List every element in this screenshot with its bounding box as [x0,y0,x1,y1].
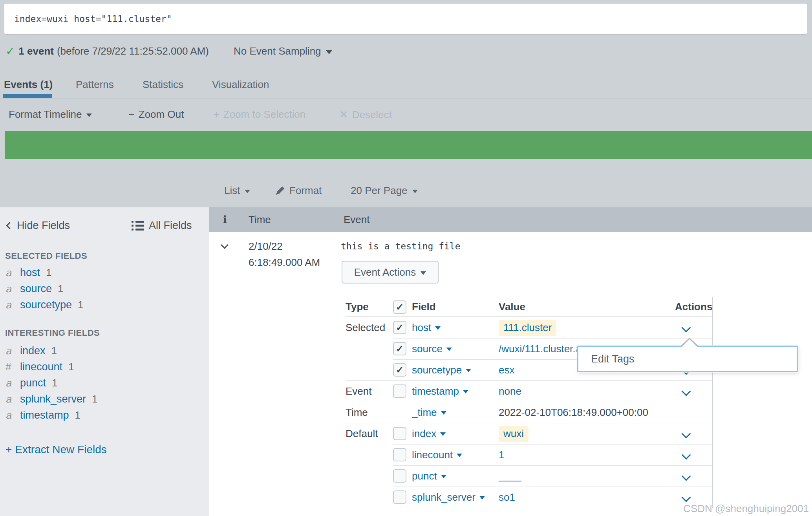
string-field-icon: a [5,377,16,389]
field-link[interactable]: sourcetype [412,364,462,376]
field-value[interactable]: so1 [499,491,515,503]
field-value[interactable]: ____ [499,470,521,482]
all-fields-button[interactable]: All Fields [132,220,192,232]
sidebar-field-host[interactable]: a host 1 [5,267,52,279]
field-value[interactable]: wuxi [499,426,529,442]
actions-chevron-icon[interactable] [681,471,691,481]
pencil-icon [275,185,285,196]
dropdown-triangle-icon [446,348,452,351]
events-table-header: i Time Event [209,207,812,232]
field-row-time: Time _time 2022-02-10T06:18:49.000+00:00 [346,402,712,423]
dropdown-triangle-icon [457,454,462,457]
field-link[interactable]: punct [412,470,437,482]
field-link[interactable]: host [412,322,431,334]
list-view-dropdown[interactable]: List [224,185,250,197]
actions-chevron-icon[interactable] [681,429,691,438]
actions-chevron-icon[interactable] [681,323,691,332]
fields-sidebar: Hide Fields All Fields SELECTED FIELDS a… [0,207,209,516]
check-icon: ✓ [396,344,404,353]
info-column-header: i [223,214,227,225]
popup-caret-icon [682,339,697,347]
dropdown-triangle-icon [441,411,446,415]
format-button[interactable]: Format [275,185,322,197]
string-field-icon: a [5,409,16,421]
zoom-out-button[interactable]: − Zoom Out [128,108,184,121]
field-value[interactable]: 111.cluster [499,320,556,336]
type-header: Type [346,301,393,313]
sidebar-field-sourcetype[interactable]: a sourcetype 1 [5,299,84,311]
field-link[interactable]: _time [412,406,437,419]
plus-icon: + [213,108,219,121]
check-icon: ✓ [396,302,404,312]
actions-header: Actions [675,301,712,313]
field-link[interactable]: linecount [412,449,453,461]
index-checkbox[interactable] [393,427,406,440]
sidebar-field-timestamp[interactable]: a timestamp 1 [5,409,80,421]
field-link[interactable]: timestamp [412,385,459,397]
event-column-header: Event [344,214,370,226]
time-column-header: Time [249,214,271,226]
field-header: Field [412,301,499,313]
search-input[interactable]: index=wuxi host="111.cluster" [4,3,807,35]
dropdown-triangle-icon [435,326,441,330]
field-value[interactable]: esx [499,364,514,376]
field-row-host: Selected ✓ host 111.cluster [346,317,712,338]
tab-visualization[interactable]: Visualization [212,79,269,91]
host-checkbox[interactable]: ✓ [393,321,406,334]
chevron-down-icon [421,271,426,275]
actions-chevron-icon[interactable] [681,492,691,502]
sidebar-field-punct[interactable]: a punct 1 [5,377,58,389]
x-icon: ✕ [339,108,348,121]
string-field-icon: a [5,299,16,311]
hide-fields-button[interactable]: Hide Fields [7,220,70,232]
deselect-button[interactable]: ✕ Deselect [339,108,392,121]
select-all-checkbox[interactable]: ✓ [393,300,406,314]
dropdown-triangle-icon [466,369,471,372]
plus-icon: + [5,443,12,456]
event-sampling-dropdown[interactable]: No Event Sampling [234,45,332,57]
field-value: 2022-02-10T06:18:49.000+00:00 [499,406,648,419]
check-icon: ✓ [396,365,404,375]
zoom-to-selection-button[interactable]: + Zoom to Selection [213,108,305,121]
source-checkbox[interactable]: ✓ [393,342,406,355]
tab-events[interactable]: Events (1) [4,79,53,91]
field-link[interactable]: source [412,343,443,355]
timestamp-checkbox[interactable] [393,384,406,398]
field-value[interactable]: /wuxi/111.cluster.a [499,343,581,355]
active-tab-indicator [3,94,52,98]
actions-chevron-icon[interactable] [681,450,691,459]
string-field-icon: a [5,345,16,357]
dropdown-triangle-icon [479,496,485,500]
format-timeline-button[interactable]: Format Timeline [9,108,92,121]
field-link[interactable]: splunk_server [412,491,475,503]
field-row-timestamp: Event timestamp none [346,381,712,402]
dropdown-triangle-icon [440,432,446,436]
field-value[interactable]: none [499,385,521,397]
edit-tags-menu-item[interactable]: Edit Tags [577,346,798,372]
actions-chevron-icon[interactable] [681,386,691,396]
sidebar-field-linecount[interactable]: # linecount 1 [5,361,74,373]
timeline-histogram-bar[interactable] [5,131,812,159]
field-link[interactable]: index [412,428,436,440]
tab-statistics[interactable]: Statistics [143,79,183,91]
field-value[interactable]: 1 [499,449,504,461]
punct-checkbox[interactable] [393,469,406,483]
list-icon [132,221,144,231]
number-field-icon: # [5,361,16,373]
sidebar-field-index[interactable]: a index 1 [5,345,57,357]
fields-table-header-row: Type ✓ Field Value Actions [346,297,712,317]
chevron-down-icon [245,190,250,193]
linecount-checkbox[interactable] [393,448,406,461]
event-fields-table: Type ✓ Field Value Actions Selected ✓ ho… [346,297,713,508]
tab-patterns[interactable]: Patterns [76,79,114,91]
splunk-server-checkbox[interactable] [393,490,406,504]
event-actions-button[interactable]: Event Actions [342,261,439,284]
selected-fields-title: SELECTED FIELDS [5,251,87,261]
field-row-splunk-server: splunk_server so1 [346,487,712,508]
per-page-dropdown[interactable]: 20 Per Page [351,185,418,197]
sidebar-field-source[interactable]: a source 1 [5,283,64,295]
sourcetype-checkbox[interactable]: ✓ [393,363,406,377]
sidebar-field-splunk-server[interactable]: a splunk_server 1 [5,393,98,405]
extract-new-fields-button[interactable]: +Extract New Fields [5,443,107,456]
chevron-down-icon [412,190,418,193]
